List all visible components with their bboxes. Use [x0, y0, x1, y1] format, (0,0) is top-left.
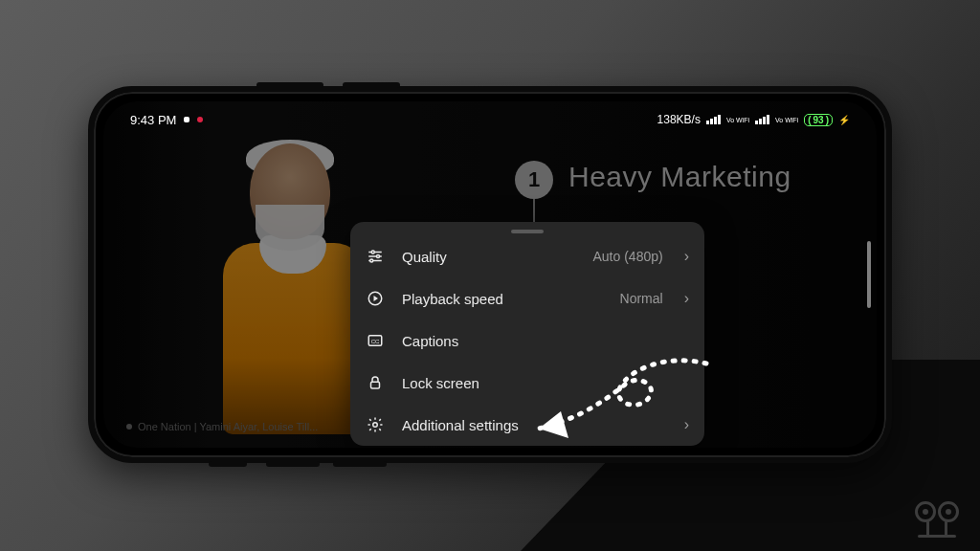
cc-icon: CC [366, 331, 385, 350]
phone-frame: 1 Heavy Marketing One Nation | Yamini Ai… [88, 86, 892, 463]
menu-item-captions[interactable]: CC Captions [350, 320, 704, 362]
svg-point-5 [370, 259, 373, 262]
menu-label: Additional settings [402, 417, 663, 433]
chevron-right-icon: › [684, 248, 689, 265]
person-figure [213, 143, 367, 430]
drag-handle[interactable] [511, 230, 544, 233]
mic-icon [126, 424, 132, 430]
chevron-right-icon: › [684, 416, 689, 433]
svg-point-11 [373, 423, 378, 428]
vowifi-icon: Vo WiFi [726, 117, 749, 123]
video-caption: One Nation | Yamini Aiyar, Louise Till..… [126, 421, 318, 432]
menu-item-quality[interactable]: Quality Auto (480p) › [350, 235, 704, 277]
menu-label: Playback speed [402, 291, 603, 307]
battery-icon: (93) [804, 114, 833, 126]
menu-item-additional-settings[interactable]: Additional settings › [350, 404, 704, 446]
menu-label: Lock screen [402, 375, 689, 391]
menu-value: Normal [620, 291, 663, 306]
watermark-logo [915, 501, 959, 538]
svg-text:CC: CC [371, 339, 380, 344]
svg-point-3 [377, 255, 380, 258]
phone-button-bottom [333, 461, 387, 467]
lock-icon [366, 373, 385, 392]
tune-icon [366, 247, 385, 266]
vowifi-icon: Vo WiFi [775, 117, 798, 123]
menu-value: Auto (480p) [593, 249, 663, 264]
svg-point-1 [371, 251, 374, 253]
list-number-badge: 1 [515, 161, 553, 199]
menu-label: Captions [402, 333, 689, 349]
menu-item-lock-screen[interactable]: Lock screen [350, 362, 704, 404]
signal-icon [706, 115, 721, 124]
chevron-right-icon: › [684, 290, 689, 307]
screen: 1 Heavy Marketing One Nation | Yamini Ai… [103, 101, 877, 448]
video-heading: Heavy Marketing [568, 161, 791, 193]
video-caption-text: One Nation | Yamini Aiyar, Louise Till..… [138, 421, 318, 432]
phone-button-bottom [266, 461, 320, 467]
signal-icon [755, 115, 769, 124]
settings-sheet[interactable]: Quality Auto (480p) › Playback speed Nor… [350, 222, 704, 446]
phone-button-bottom [209, 461, 247, 467]
svg-rect-10 [371, 382, 380, 388]
phone-button-top [256, 82, 323, 88]
charging-icon: ⚡ [838, 115, 850, 125]
menu-item-playback-speed[interactable]: Playback speed Normal › [350, 277, 704, 320]
play-icon [366, 289, 385, 308]
menu-label: Quality [402, 249, 576, 265]
gesture-bar[interactable] [867, 241, 871, 308]
status-time: 9:43 PM [130, 113, 176, 127]
gear-icon [366, 415, 385, 434]
status-notif-icon [197, 117, 203, 122]
status-bar: 9:43 PM 138KB/s Vo WiFi Vo WiFi (93) ⚡ [103, 107, 877, 132]
status-net-rate: 138KB/s [657, 113, 701, 126]
phone-button-top [343, 82, 400, 88]
svg-marker-7 [374, 296, 379, 301]
status-notif-icon [184, 117, 189, 122]
